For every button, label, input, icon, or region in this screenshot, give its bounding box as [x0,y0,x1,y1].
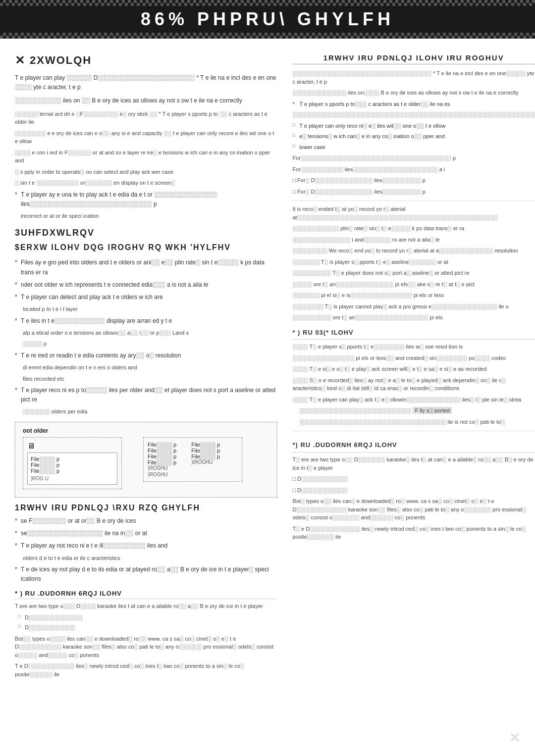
bottom-section-title: 1RWHV IRU PDNLQJ \RXU RZQ GHYLFH [15,504,277,512]
about-bullet-3: T e player can detect and play ack t e o… [15,293,277,302]
folder-label-3: )IROGHU [191,459,220,465]
about-title: $ERXW ILOHV DQG IROGHV RQ WKH 'HYLFHV [15,243,277,252]
karaoke-right-section: *) RU .DUDORNH 6RQJ ILOHV T░ ere are two… [292,431,535,541]
intro-text-1: T e player can play ░░░░░░ D░░░░░░░░░░░░… [15,73,277,92]
file-row-3: File░░░░ p [31,468,114,474]
karaoke-text: T ere are two type o░░░ D░░░░ karaoke il… [15,602,277,610]
intro-text-2: ░░░░░░░░░░░ iles on ░░ B e ory de ices a… [15,96,277,105]
karaoke-right-desc: Bot░ types o░░ iles can░ e downloaded░ r… [292,497,535,522]
bottom-bullet-2: se░░░░░░░░░░░░░░░░░░ ile na in░░ or at [15,529,277,538]
storage-item-3: ░░░░ e con i red in F░░░░░░ or at and so… [15,149,277,165]
karaoke-title: * ) RU .DUDORNH 6RQJ ILOHV [15,590,277,599]
right-star-1: T e player s pports p to░░░ c aracters a… [292,100,535,108]
header-title: 86% PHPRU\ GHYLFH [0,9,535,30]
karaoke-right-title: *) RU .DUDORNH 6RQJ ILOHV [292,440,535,453]
karaoke-right-desc-2: T░ e D░░░░░░░░░░░░░ iles░ newly introd c… [292,525,535,541]
file-row-10: File░░░░ p [191,454,220,459]
rec-text-1: It is reco░ ended t░ at yo░ record yo r░… [292,205,535,221]
karaoke-item-1: D░░░░░░░░░░░░░░ [15,613,277,622]
about-sub-4: di erent edia dependin on t e n ers o ol… [15,363,277,372]
bottom-bullet-4: T e de ices ay not play d e to its edia … [15,565,277,584]
about-sub-3: ░░░░░ p [15,340,277,348]
right-section-title: 1RWHV IRU PDNLQJ ILOHV IRU ROGHUV [292,53,535,64]
root-folder-label: oot older [23,427,269,434]
note-playback-1: T e player ay e una le to play ack t e e… [15,190,277,209]
right-intro-2: ░░░░░░░░░░░░░░ iles on░░░░ B e ory de ic… [292,89,535,97]
bottom-sub-1: olders d e to t e edia or ile c aracteri… [15,554,277,562]
rec-section: It is reco░ ended t░ at yo░ record yo r░… [292,201,535,322]
about-bullet-2: nder oot older w ich represents t e conn… [15,280,277,290]
folder-label-1: )ROG U [31,476,114,481]
karaoke-desc-2: T e D░░░░░░░░░░░░ iles░ newly introd ced… [15,662,277,678]
karaoke-section: * ) RU .DUDORNH 6RQJ ILOHV T ere are two… [15,590,277,678]
about-sub-1: located p to t e i t layer [15,305,277,313]
storage-item-5: ░ sin t e ░░░░░░░░░░░ or░░░░░░░ en displ… [15,179,277,187]
supports-text: ░░░░░░░ T░ is player s░ pports t░ e░ ase… [292,258,535,266]
precautions-heading: 3UHFDXWLRQV [15,228,95,238]
about-bullet-4: T e iles in t e░░░░░░░░░░░░ display are … [15,316,277,326]
file-row-8: File░░░░ p [191,442,220,448]
header: 86% PHPRU\ GHYLFH [0,0,535,39]
right-heading: 1RWHV IRU PDNLQJ ILOHV IRU ROGHUV [323,53,504,62]
intro-line-2: ░░░░░░░░░░░ iles on ░░ B e ory de ices a… [15,97,242,104]
rec-text-2: ░░░░░░░░░░░░ plin░ rate░ sin░ t░ e░░░░░ … [292,224,535,233]
file-row-9: File░░░░ p [191,448,220,454]
mpeg-text-1: ░░░░ T░ e player s░ pports t░ e░░░░░░░░ … [292,343,535,351]
about-sub-2: alp a etical order o e tensions as ollow… [15,329,277,337]
storage-item-4: ░ s pply in order to operate░ oo can sel… [15,168,277,176]
file-row-2: File░░░░ p [31,462,114,468]
right-text-1: ░░░░░░░░░░░░░░░░░░░░░░░░░░░░░░░░░░░░░░░░… [292,110,535,119]
folder-label-4: )ROGHU [148,472,238,477]
file-row-5: File░░░░ p [148,448,176,454]
outline-title: ✕ 2XWOLQH [15,53,277,67]
right-intro-1: ░░░░░░░░░░░░░░░░░░░░░░░░░░░░░░░░░░░░ * T… [292,69,535,86]
karaoke-right-d1: □ D░░░░░░░░░░░░ [292,475,535,483]
karaoke-right-d2: □ D░░░░░░░░░░░░ [292,486,535,495]
karaoke-right-text-1: T░ ere are two type o░░ D░░░░░░░ karaoke… [292,455,535,472]
fully-supported: ░░░░░░░░░░░░░░░░░░░░░░░░░░░░░ F lly s░ p… [299,406,535,426]
about-bullet-5: T e re ired or readin t e edia contents … [15,351,277,360]
mpeg-title: * ) RU 03(* ILOHV [292,328,535,340]
mpeg-text-2: ░░░░░░░░░░░░░░░░ pi els or less░░ and cr… [292,354,535,362]
pixel-size: ░░░░░░░ pi el si░ e is░░░░░░░░░░░░░░░░ p… [292,291,535,300]
bottom-bullet-3: T e player ay not reco ni e t e ill░░░░░… [15,541,277,551]
for-files-4: □ For░ D░░░░░░░░░░░░░░░ iles░░░░░░░░░░ p [292,188,535,196]
for-files-3: □ For░ D░░░░░░░░░░░░░░░ iles░░░░░░░░░░ p [292,176,535,185]
rec-text-4: ░░░░░░░░░ We reco░ end yo░ to record yo … [292,247,535,255]
fully-label: ░░░░░░░░░░░░░░░░░░░░░░░░░░░░░ F lly s░ p… [299,406,535,415]
note-playback-2: incorrect or at or ile speci ication [15,212,277,220]
more-than-2: ░░░░░░░░░░ ore t░ an░░░░░░░░░░░░░░░░░░░ … [292,313,535,322]
not-compatible-label: ░░░░░░░░░░░░░░░░░░░░░░░░░░░░░░░░░░░░░░ i… [299,418,535,426]
right-bullet-3: lower case [292,143,535,151]
header-checkerboard-bottom [0,33,535,39]
about-bullet-1: Files ay e gro ped into olders and t e o… [15,258,277,277]
notes-section: ░░░░░░░░░░░░░░░░░░░░░░░░░░░░░░░░░░░░ * T… [292,69,535,541]
file-row-6: File░░░░ p [148,454,176,459]
not-support-text: ░░░░░░░░░░ T░ e player does not s░ port … [292,269,535,277]
bottom-bullet-1: se F░░░░░░░░ or at or░░ B e ory de ices [15,516,277,526]
folder-diagram: oot older 🖥 File░░░░ p File░░░░ p File░░… [15,422,277,498]
precautions-title: 3UHFDXWLRQV [15,228,277,238]
file-row-4: File░░░░ p [148,442,176,448]
about-sub-5: files recorded etc [15,375,277,383]
for-files-2: For░░░░░░░░░░░ iles░░░░░░░░░░░░░░░░░░░░░… [292,165,535,174]
mpeg-text-3: ░░░░ T░ e si░ e o░ t░ e play░ ack screen… [292,365,535,373]
fully-supported-label: F lly s░ ported [413,407,452,414]
right-bullet-2: e░ tensions░ w ich can░ e in any co░ ina… [292,132,535,141]
left-column: ✕ 2XWOLQH T e player can play ░░░░░░ D░░… [15,53,277,681]
more-than-1: ░░░░░ ore t░ an░░░░░░░░░░░░░░░ pi els░░ … [292,280,535,289]
about-heading: $ERXW ILOHV DQG IROGHV RQ WKH 'HYLFHV [15,243,231,252]
outline-heading: 2XWOLQH [30,54,92,67]
header-checkerboard-top [0,0,535,6]
storage-item-2: ░░░░░░░░ e e ory de ices can e o░░ any s… [15,129,277,146]
intro-line-1: T e player can play ░░░░░░ D░░░░░░░░░░░░… [15,74,276,91]
karaoke-heading: * ) RU .DUDORNH 6RQJ ILOHV [15,590,122,597]
right-column: 1RWHV IRU PDNLQJ ILOHV IRU ROGHUV ░░░░░░… [292,53,535,681]
main-content: ✕ 2XWOLQH T e player can play ░░░░░░ D░░… [0,53,535,681]
folder-label-2: )ROGHU [148,465,176,471]
about-sub-6: ░░░░░░░ olders per edia [15,407,277,416]
karaoke-desc: Bot░░ types o░░░░ iles can░░ e downloade… [15,635,277,659]
file-row-7: File░░░░ p [148,459,176,465]
watermark: ✕ [509,730,520,746]
bottom-heading: 1RWHV IRU PDNLQJ \RXU RZQ GHYLFH [15,504,200,512]
